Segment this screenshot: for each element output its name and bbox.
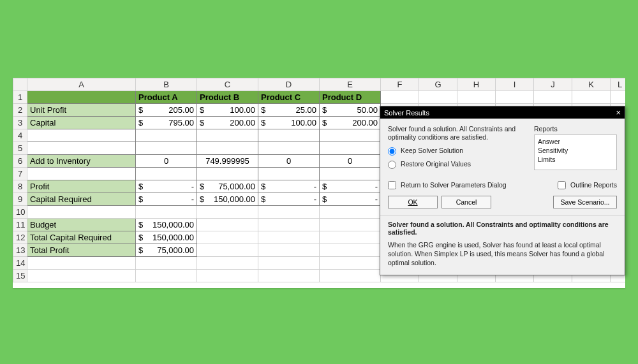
cell-A6[interactable]: Add to Inventory (27, 155, 136, 168)
cell-B6[interactable]: 0 (136, 155, 197, 168)
cell-A11[interactable]: Budget (27, 219, 136, 231)
radio-keep-solution[interactable]: Keep Solver Solution (388, 147, 528, 156)
solver-results-dialog[interactable]: Solver Results × Solver found a solution… (380, 106, 625, 275)
cell-E6[interactable]: 0 (320, 155, 381, 168)
cell-L1[interactable] (611, 91, 626, 104)
radio-restore-original[interactable]: Restore Original Values (388, 160, 528, 169)
col-header-K[interactable]: K (572, 78, 611, 91)
cell-D2[interactable]: $25.00 (258, 104, 320, 117)
cell-A9[interactable]: Capital Required (27, 193, 136, 206)
cell-C8[interactable]: $75,000.00 (197, 180, 258, 193)
cell-D1[interactable]: Product C (258, 91, 320, 104)
ok-button[interactable]: OK (388, 196, 438, 208)
dialog-titlebar[interactable]: Solver Results × (380, 106, 625, 119)
cell-F1[interactable] (381, 91, 419, 104)
cell-C3[interactable]: $200.00 (197, 117, 258, 129)
cell-A3[interactable]: Capital (27, 117, 136, 129)
check-outline-reports[interactable]: Outline Reports (558, 181, 617, 190)
col-header-A[interactable]: A (27, 78, 136, 91)
row-header-5[interactable]: 5 (13, 142, 27, 155)
row-header-8[interactable]: 8 (13, 180, 27, 193)
cell-E1[interactable]: Product D (320, 91, 381, 104)
cell-E9[interactable]: $- (320, 193, 381, 206)
check-return-parameters[interactable]: Return to Solver Parameters Dialog (388, 181, 507, 190)
cell-B12[interactable]: $150,000.00 (136, 231, 197, 244)
col-header-H[interactable]: H (457, 78, 496, 91)
dialog-footer-detail: When the GRG engine is used, Solver has … (388, 241, 617, 267)
col-header-E[interactable]: E (320, 78, 381, 91)
dialog-footer-bold: Solver found a solution. All Constraints… (388, 215, 617, 236)
cell-D8[interactable]: $- (258, 180, 320, 193)
row-header-15[interactable]: 15 (13, 270, 27, 282)
cell-B11[interactable]: $150,000.00 (136, 219, 197, 231)
row-header-7[interactable]: 7 (13, 168, 27, 180)
cell-H1[interactable] (457, 91, 496, 104)
col-header-L[interactable]: L (611, 78, 626, 91)
reports-label: Reports (534, 125, 617, 133)
cell-A12[interactable]: Total Capital Required (27, 231, 136, 244)
col-header-J[interactable]: J (534, 78, 572, 91)
dialog-message: Solver found a solution. All Constraints… (388, 125, 528, 142)
save-scenario-button[interactable]: Save Scenario... (553, 196, 617, 208)
cell-A1[interactable] (27, 91, 136, 104)
cell-C1[interactable]: Product B (197, 91, 258, 104)
close-icon[interactable]: × (616, 108, 621, 117)
row-1[interactable]: 1 Product A Product B Product C Product … (13, 91, 626, 104)
cell-C6[interactable]: 749.999995 (197, 155, 258, 168)
dialog-title: Solver Results (384, 109, 429, 117)
cell-A13[interactable]: Total Profit (27, 244, 136, 257)
reports-listbox[interactable]: Answer Sensitivity Limits (534, 135, 617, 170)
row-header-11[interactable]: 11 (13, 219, 27, 231)
row-header-10[interactable]: 10 (13, 206, 27, 219)
col-header-D[interactable]: D (258, 78, 320, 91)
cell-C2[interactable]: $100.00 (197, 104, 258, 117)
cell-E2[interactable]: $50.00 (320, 104, 381, 117)
cell-B8[interactable]: $- (136, 180, 197, 193)
cell-K1[interactable] (572, 91, 611, 104)
cell-B13[interactable]: $75,000.00 (136, 244, 197, 257)
row-header-9[interactable]: 9 (13, 193, 27, 206)
cell-B9[interactable]: $- (136, 193, 197, 206)
cell-A2[interactable]: Unit Profit (27, 104, 136, 117)
col-header-F[interactable]: F (381, 78, 419, 91)
cell-G1[interactable] (419, 91, 457, 104)
cell-B3[interactable]: $795.00 (136, 117, 197, 129)
cancel-button[interactable]: Cancel (441, 196, 491, 208)
select-all-corner[interactable] (13, 78, 27, 91)
cell-J1[interactable] (534, 91, 572, 104)
col-header-C[interactable]: C (197, 78, 258, 91)
col-header-G[interactable]: G (419, 78, 457, 91)
cell-B1[interactable]: Product A (136, 91, 197, 104)
cell-D3[interactable]: $100.00 (258, 117, 320, 129)
row-header-6[interactable]: 6 (13, 155, 27, 168)
col-header-B[interactable]: B (136, 78, 197, 91)
report-option-answer[interactable]: Answer (538, 137, 613, 146)
cell-E8[interactable]: $- (320, 180, 381, 193)
cell-A8[interactable]: Profit (27, 180, 136, 193)
cell-D6[interactable]: 0 (258, 155, 320, 168)
row-header-3[interactable]: 3 (13, 117, 27, 129)
cell-I1[interactable] (496, 91, 534, 104)
cell-D9[interactable]: $- (258, 193, 320, 206)
col-header-I[interactable]: I (496, 78, 534, 91)
report-option-limits[interactable]: Limits (538, 155, 613, 164)
cell-B2[interactable]: $205.00 (136, 104, 197, 117)
report-option-sensitivity[interactable]: Sensitivity (538, 146, 613, 155)
cell-C9[interactable]: $150,000.00 (197, 193, 258, 206)
row-header-13[interactable]: 13 (13, 244, 27, 257)
cell-E3[interactable]: $200.00 (320, 117, 381, 129)
row-header-14[interactable]: 14 (13, 257, 27, 270)
row-header-2[interactable]: 2 (13, 104, 27, 117)
row-header-12[interactable]: 12 (13, 231, 27, 244)
row-header-4[interactable]: 4 (13, 129, 27, 142)
row-header-1[interactable]: 1 (13, 91, 27, 104)
